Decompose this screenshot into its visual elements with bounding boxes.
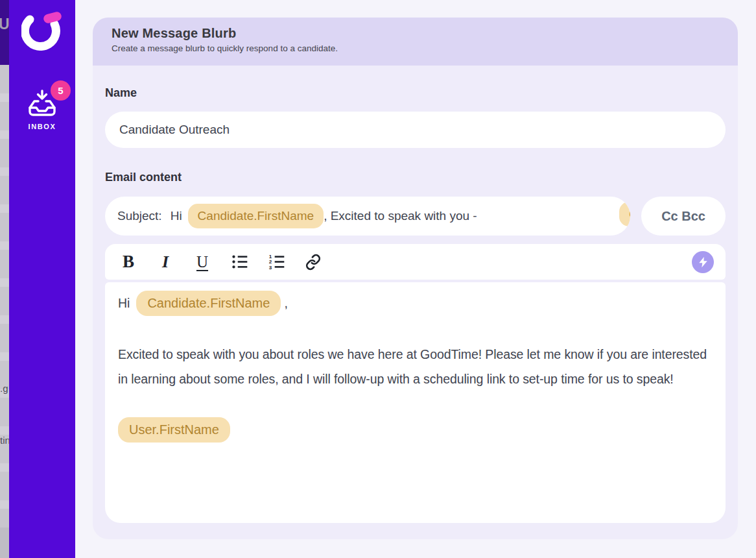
underline-button[interactable]: U bbox=[193, 250, 212, 274]
cc-bcc-button[interactable]: Cc Bcc bbox=[641, 197, 726, 236]
candidate-firstname-token[interactable]: Candidate.FirstName bbox=[136, 291, 281, 316]
goodtime-smile-icon bbox=[21, 12, 63, 51]
background-table-rows bbox=[0, 65, 9, 528]
bullet-list-button[interactable] bbox=[230, 250, 249, 274]
name-label: Name bbox=[105, 86, 726, 100]
panel-body: Name Email content Subject: Hi Candidate… bbox=[93, 86, 738, 523]
company-token[interactable]: Compa bbox=[619, 202, 630, 226]
ai-assist-button[interactable] bbox=[692, 251, 714, 273]
panel-header: New Message Blurb Create a message blurb… bbox=[93, 18, 738, 66]
candidate-firstname-token[interactable]: Candidate.FirstName bbox=[188, 204, 324, 228]
link-button[interactable] bbox=[303, 250, 323, 274]
body-greeting-line: Hi Candidate.FirstName , bbox=[118, 291, 713, 316]
name-input[interactable] bbox=[105, 112, 726, 148]
sidebar-item-inbox[interactable]: 5 INBOX bbox=[9, 88, 75, 130]
editor-toolbar: B I U 123 bbox=[105, 244, 726, 280]
subject-input[interactable]: Subject: Hi Candidate.FirstName , Excite… bbox=[105, 197, 630, 236]
background-table-footer bbox=[0, 528, 9, 558]
body-greeting-text: Hi bbox=[118, 296, 130, 311]
inbox-unread-badge: 5 bbox=[51, 80, 71, 101]
italic-button[interactable]: I bbox=[156, 250, 175, 274]
goodtime-logo[interactable] bbox=[9, 12, 75, 51]
email-body-editor[interactable]: Hi Candidate.FirstName , Excited to spea… bbox=[105, 282, 726, 523]
signature-line: User.FirstName bbox=[118, 417, 713, 443]
link-icon bbox=[305, 254, 322, 271]
subject-greeting-text: Hi bbox=[171, 209, 182, 223]
subject-middle-text: , Excited to speak with you - bbox=[324, 209, 480, 223]
new-message-blurb-panel: New Message Blurb Create a message blurb… bbox=[93, 18, 738, 539]
ordered-list-icon: 123 bbox=[268, 253, 285, 271]
email-content-label: Email content bbox=[105, 171, 726, 184]
bold-button[interactable]: B bbox=[119, 250, 138, 274]
background-text-fragment: tin bbox=[0, 435, 9, 446]
subject-prefix: Subject: bbox=[117, 209, 162, 223]
background-app-header: U bbox=[0, 0, 9, 65]
ordered-list-button[interactable]: 123 bbox=[266, 250, 286, 274]
body-comma: , bbox=[284, 296, 287, 311]
user-firstname-token[interactable]: User.FirstName bbox=[118, 417, 230, 443]
bullet-list-icon bbox=[231, 253, 248, 271]
page-title: New Message Blurb bbox=[112, 26, 738, 41]
page-subtitle: Create a message blurb to quickly respon… bbox=[112, 43, 738, 53]
inbox-label: INBOX bbox=[9, 123, 75, 130]
svg-text:3: 3 bbox=[268, 265, 272, 271]
background-text-fragment: .g bbox=[0, 383, 8, 394]
body-paragraph: Excited to speak with you about roles we… bbox=[118, 342, 713, 391]
background-page-strip: .g tin U bbox=[0, 0, 9, 558]
sidebar: 5 INBOX bbox=[9, 0, 75, 558]
subject-row: Subject: Hi Candidate.FirstName , Excite… bbox=[105, 197, 726, 236]
background-letter-fragment: U bbox=[0, 16, 9, 33]
lightning-icon bbox=[698, 256, 708, 268]
